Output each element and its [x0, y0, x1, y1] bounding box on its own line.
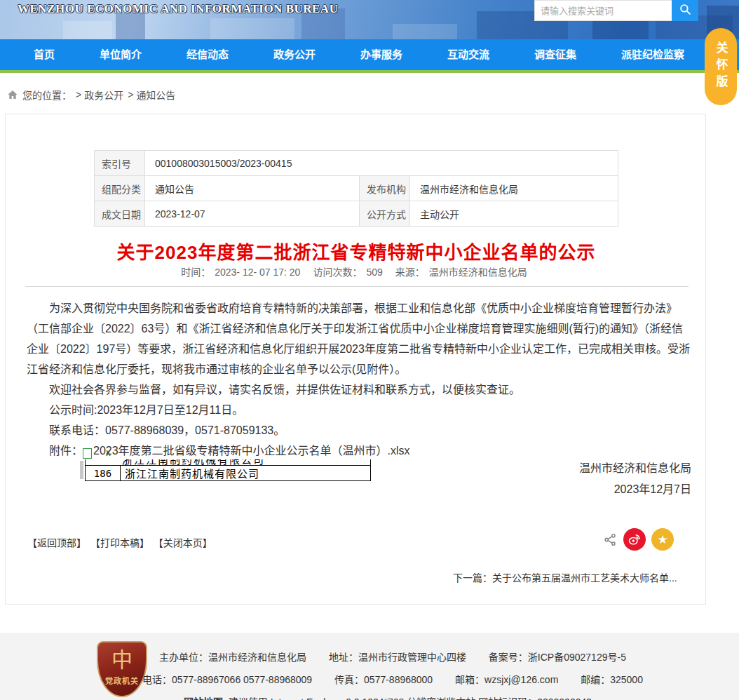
paragraph: 为深入贯彻党中央国务院和省委省政府培育专精特新的决策部署，根据工业和信息化部《优… [27, 298, 691, 379]
preview-company-name: 浙江江南制药机械有限公司 [121, 466, 371, 481]
building-shape [210, 18, 294, 39]
meta-method-label: 公开方式 [360, 201, 410, 227]
visits-label: 访问次数： [313, 267, 362, 278]
attachment-link[interactable]: 2023年度第二批省级专精特新中小企业公示名单（温州市）.xlsx [93, 445, 410, 457]
footer-line-3: 网站地图 建议使用 Internet Explorer 6.0 1024*768… [112, 687, 673, 700]
close-page-button[interactable]: 【关闭本页】 [154, 537, 212, 548]
footer-zip: 邮编：325000 [581, 674, 643, 685]
nav-item-services[interactable]: 办事服务 [360, 39, 402, 70]
print-button[interactable]: 【打印本稿】 [90, 537, 149, 548]
page-title: 关于2023年度第二批浙江省专精特新中小企业名单的公示 [27, 238, 686, 264]
preview-scrollbar [80, 461, 83, 479]
care-mode-badge[interactable]: 关怀版 [705, 28, 737, 105]
footer-email: 邮箱：wzsjxj@126.com [455, 674, 558, 685]
building-shape [116, 13, 145, 39]
share-bar: ★ [603, 528, 679, 551]
article-actions: 【返回顶部】 【打印本稿】 【关闭本页】 [27, 535, 214, 549]
breadcrumb-separator: > [128, 89, 133, 100]
article-signature: 温州市经济和信息化局 2023年12月7日 [419, 458, 691, 500]
nav-item-interaction[interactable]: 互动交流 [447, 39, 489, 70]
attachment-preview: 浙江江南制药机械有限公司 186 浙江江南制药机械有限公司 [81, 459, 371, 481]
search-bar [534, 0, 698, 21]
meta-method-value: 主动公开 [410, 201, 618, 227]
excel-file-icon [83, 448, 92, 459]
qzone-favorite-icon[interactable]: ★ [651, 528, 674, 551]
footer-line-1: 主办单位：温州市经济和信息化局 地址：温州市行政管理中心四楼 备案号：浙ICP备… [112, 633, 673, 664]
table-row: 索引号 001008003015003/2023-00415 [95, 151, 618, 176]
meta-category-value: 通知公告 [145, 176, 360, 201]
nav-item-survey[interactable]: 调查征集 [534, 39, 576, 70]
next-article-link[interactable]: 下一篇：关于公布第五届温州市工艺美术大师名单... [453, 570, 677, 584]
breadcrumb-label: 您的位置： [22, 88, 72, 102]
divider [25, 286, 689, 287]
signature-org: 温州市经济和信息化局 [419, 458, 691, 479]
building-shape [63, 21, 112, 39]
meta-index-value: 001008003015003/2023-00415 [145, 151, 618, 176]
main-nav: 首页 单位简介 经信动态 政务公开 办事服务 互动交流 调查征集 派驻纪检监察 [0, 39, 739, 70]
article-body: 为深入贯彻党中央国务院和省委省政府培育专精特新的决策部署，根据工业和信息化部《优… [27, 298, 691, 461]
nav-item-gov-info[interactable]: 政务公开 [273, 39, 316, 70]
breadcrumb-item-notices[interactable]: 通知公告 [136, 88, 175, 102]
meta-publisher-label: 发布机构 [360, 176, 410, 201]
search-input[interactable] [534, 0, 672, 21]
meta-index-label: 索引号 [95, 151, 145, 176]
sitemap-link[interactable]: 网站地图 [184, 696, 223, 700]
article-meta-line: 时间：2023- 12- 07 17: 20访问次数：509来源：温州市经济和信… [6, 264, 707, 278]
share-icon[interactable] [603, 532, 618, 547]
time-value: 2023- 12- 07 17: 20 [215, 267, 300, 278]
footer-browser-advice: 建议使用 Internet Explorer 6.0 1024*768 分辨率浏… [229, 696, 592, 700]
preview-table: 186 浙江江南制药机械有限公司 [85, 465, 371, 481]
paragraph: 公示时间:2023年12月7日至12月11日。 [27, 400, 691, 420]
site-footer: 党政机关 主办单位：温州市经济和信息化局 地址：温州市行政管理中心四楼 备案号：… [0, 633, 739, 700]
footer-phone: 电话：0577-88967066 0577-88968009 [142, 674, 312, 685]
footer-fax: 传真：0577-88968000 [334, 674, 433, 685]
nav-item-news[interactable]: 经信动态 [187, 39, 229, 70]
meta-date-label: 成文日期 [95, 201, 145, 227]
site-title: WENZHOU ECONOMIC AND INFORMATION BUREAU [18, 2, 338, 16]
footer-address: 地址：温州市行政管理中心四楼 [329, 652, 466, 663]
signature-date: 2023年12月7日 [419, 479, 691, 500]
breadcrumb: 您的位置： > 政务公开 > 通知公告 [7, 88, 175, 102]
page: WENZHOU ECONOMIC AND INFORMATION BUREAU … [0, 0, 739, 700]
preview-clipped-row: 浙江江南制药机械有限公司 [85, 459, 371, 465]
back-to-top-button[interactable]: 【返回顶部】 [27, 537, 86, 548]
attachment-label: 附件： [49, 445, 83, 457]
article-card: 索引号 001008003015003/2023-00415 组配分类 通知公告… [5, 114, 706, 605]
paragraph: 联系电话：0577-88968039，0571-87059133。 [27, 420, 691, 440]
footer-info: 主办单位：温州市经济和信息化局 地址：温州市行政管理中心四楼 备案号：浙ICP备… [112, 633, 673, 700]
breadcrumb-item-gov-info[interactable]: 政务公开 [84, 88, 123, 102]
nav-accent-strip [0, 70, 739, 73]
visits-value: 509 [366, 267, 382, 278]
table-row: 成文日期 2023-12-07 公开方式 主动公开 [95, 201, 618, 227]
source-value: 温州市经济和信息化局 [429, 267, 527, 278]
table-row: 186 浙江江南制药机械有限公司 [86, 466, 371, 481]
breadcrumb-separator: > [76, 89, 81, 100]
search-icon [679, 3, 692, 18]
nav-item-discipline[interactable]: 派驻纪检监察 [621, 39, 684, 70]
nav-item-home[interactable]: 首页 [34, 39, 55, 70]
nav-item-about[interactable]: 单位简介 [100, 39, 142, 70]
footer-icp: 备案号：浙ICP备09027129号-5 [489, 652, 626, 663]
footer-line-2: 电话：0577-88967066 0577-88968009 传真：0577-8… [112, 664, 673, 687]
source-label: 来源： [395, 267, 425, 278]
preview-row-number: 186 [86, 466, 121, 481]
weibo-share-icon[interactable] [623, 528, 646, 551]
paragraph: 欢迎社会各界参与监督，如有异议，请实名反馈，并提供佐证材料和联系方式，以便核实查… [27, 379, 691, 400]
footer-sponsor: 主办单位：温州市经济和信息化局 [159, 652, 306, 663]
meta-date-value: 2023-12-07 [145, 201, 360, 227]
home-icon [7, 89, 18, 100]
doc-meta-table: 索引号 001008003015003/2023-00415 组配分类 通知公告… [94, 150, 618, 227]
meta-category-label: 组配分类 [95, 176, 145, 201]
time-label: 时间： [181, 267, 210, 278]
site-header: WENZHOU ECONOMIC AND INFORMATION BUREAU … [0, 0, 739, 73]
building-shape [393, 24, 457, 39]
search-button[interactable] [672, 0, 698, 21]
meta-publisher-value: 温州市经济和信息化局 [410, 176, 618, 201]
table-row: 组配分类 通知公告 发布机构 温州市经济和信息化局 [95, 176, 618, 201]
